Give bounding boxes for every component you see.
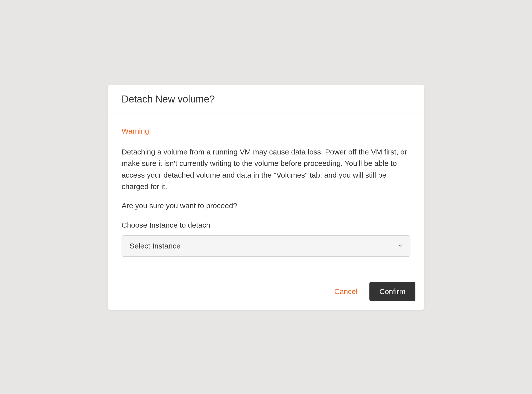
- confirm-prompt-text: Are you sure you want to proceed?: [122, 201, 410, 210]
- modal-header: Detach New volume?: [108, 85, 424, 113]
- detach-volume-modal: Detach New volume? Warning! Detaching a …: [108, 85, 424, 310]
- modal-title: Detach New volume?: [122, 94, 410, 105]
- instance-select[interactable]: Select Instance: [122, 235, 410, 257]
- modal-footer: Cancel Confirm: [108, 273, 424, 310]
- warning-heading: Warning!: [122, 127, 410, 135]
- cancel-button[interactable]: Cancel: [333, 285, 358, 298]
- instance-select-placeholder: Select Instance: [130, 242, 180, 250]
- instance-select-wrapper: Select Instance: [122, 235, 410, 257]
- instance-select-label: Choose Instance to detach: [122, 221, 410, 229]
- modal-body: Warning! Detaching a volume from a runni…: [108, 113, 424, 273]
- warning-body-text: Detaching a volume from a running VM may…: [122, 146, 410, 193]
- confirm-button[interactable]: Confirm: [369, 282, 415, 301]
